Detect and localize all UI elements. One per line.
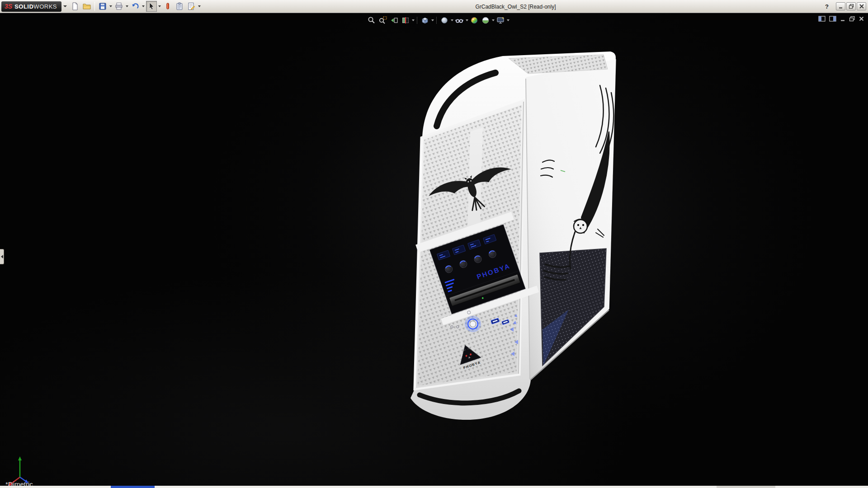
properties-dropdown-caret[interactable] (198, 5, 201, 7)
open-folder-icon (82, 2, 91, 11)
edit-appearance-button[interactable] (469, 15, 480, 26)
doc-minimize-icon (840, 16, 846, 22)
select-button[interactable] (146, 1, 157, 12)
print-button[interactable] (113, 1, 124, 12)
display-style-caret[interactable] (451, 19, 453, 21)
toolbar-separator (94, 2, 95, 11)
xpress-tools-button[interactable] (162, 1, 173, 12)
restore-icon (849, 4, 854, 9)
print-dropdown-caret[interactable] (126, 5, 128, 7)
headsup-separator (417, 17, 417, 24)
zoom-to-area-button[interactable] (377, 15, 388, 26)
titlebar: 3S SOLIDWORKS (0, 0, 868, 13)
feature-panel-collapse-tab[interactable] (0, 249, 4, 264)
solidworks-logo-light: WORKS (33, 3, 57, 10)
view-orientation-cube-icon (420, 16, 429, 25)
section-view-caret[interactable] (412, 19, 415, 21)
undo-icon (131, 2, 140, 11)
minimize-icon (838, 4, 844, 9)
pc-case-model: PHOBYA (410, 52, 616, 420)
view-settings-button[interactable] (495, 15, 506, 26)
display-style-icon (440, 16, 449, 25)
pane-left-icon (818, 15, 826, 22)
taskbar-sliver[interactable] (0, 486, 868, 488)
select-dropdown-caret[interactable] (158, 5, 161, 7)
xpress-tools-icon (163, 2, 172, 11)
main-toolbar (70, 1, 201, 12)
edit-appearance-ball-icon (470, 16, 479, 25)
apply-scene-caret[interactable] (492, 19, 495, 21)
solidworks-logo-bold: SOLID (14, 3, 33, 10)
undo-dropdown-caret[interactable] (142, 5, 145, 7)
section-view-button[interactable] (400, 15, 411, 26)
save-icon (98, 2, 107, 11)
display-style-button[interactable] (439, 15, 450, 26)
section-view-icon (401, 16, 410, 25)
solidworks-logo: 3S SOLIDWORKS (1, 1, 61, 12)
close-icon (859, 4, 864, 9)
hide-show-caret[interactable] (466, 19, 468, 21)
restore-button[interactable] (846, 2, 856, 10)
zoom-to-fit-button[interactable] (366, 15, 377, 26)
doc-close-icon (859, 16, 864, 22)
document-window-controls (818, 15, 864, 22)
window-controls: ? (822, 2, 866, 10)
pane-right-icon (829, 15, 837, 22)
zoom-to-area-icon (378, 16, 387, 25)
previous-view-icon (390, 16, 399, 25)
doc-restore-button[interactable] (849, 16, 855, 22)
previous-view-button[interactable] (389, 15, 400, 26)
hide-show-glasses-icon (455, 16, 464, 25)
view-orientation-button[interactable] (420, 15, 430, 26)
apply-scene-button[interactable] (480, 15, 491, 26)
new-document-icon (71, 2, 80, 11)
open-button[interactable] (81, 1, 92, 12)
select-cursor-icon (147, 2, 156, 11)
toolbar-flyout-caret[interactable] (63, 5, 67, 7)
print-icon (114, 2, 123, 11)
graphics-viewport[interactable]: PHOBYA (0, 13, 868, 486)
help-button[interactable]: ? (822, 2, 831, 10)
3d-model-view[interactable]: PHOBYA (0, 13, 868, 486)
apply-scene-icon (481, 16, 490, 25)
window-title: GrCadBlack_Owl_S2 [Read-only] (475, 4, 556, 10)
undo-button[interactable] (130, 1, 141, 12)
panel-tab-arrow-icon (1, 255, 3, 258)
view-settings-icon (496, 16, 505, 25)
minimize-button[interactable] (836, 2, 845, 10)
document-properties-icon (187, 2, 196, 11)
new-document-button[interactable] (70, 1, 80, 12)
hide-show-items-button[interactable] (454, 15, 465, 26)
taskbar-item-blue[interactable] (111, 486, 155, 488)
clipboard-icon (175, 2, 184, 11)
doc-restore-icon (849, 16, 855, 22)
triad-y-axis (18, 456, 22, 460)
save-button[interactable] (97, 1, 108, 12)
headsup-view-toolbar (366, 15, 509, 26)
view-orientation-caret[interactable] (431, 19, 434, 21)
doc-minimize-button[interactable] (840, 16, 846, 22)
solidworks-logo-mark: 3S (5, 3, 12, 10)
taskbar-item-gray[interactable] (717, 486, 775, 488)
zoom-to-fit-icon (367, 16, 376, 25)
pane-right-button[interactable] (829, 15, 837, 22)
headsup-separator-2 (436, 17, 437, 24)
view-orientation-label: *Dimetric (5, 480, 33, 486)
document-properties-button[interactable] (186, 1, 197, 12)
view-settings-caret[interactable] (507, 19, 509, 21)
clipboard-button[interactable] (174, 1, 185, 12)
close-button[interactable] (857, 2, 866, 10)
pane-left-button[interactable] (818, 15, 826, 22)
save-dropdown-caret[interactable] (109, 5, 112, 7)
doc-close-button[interactable] (859, 16, 864, 22)
